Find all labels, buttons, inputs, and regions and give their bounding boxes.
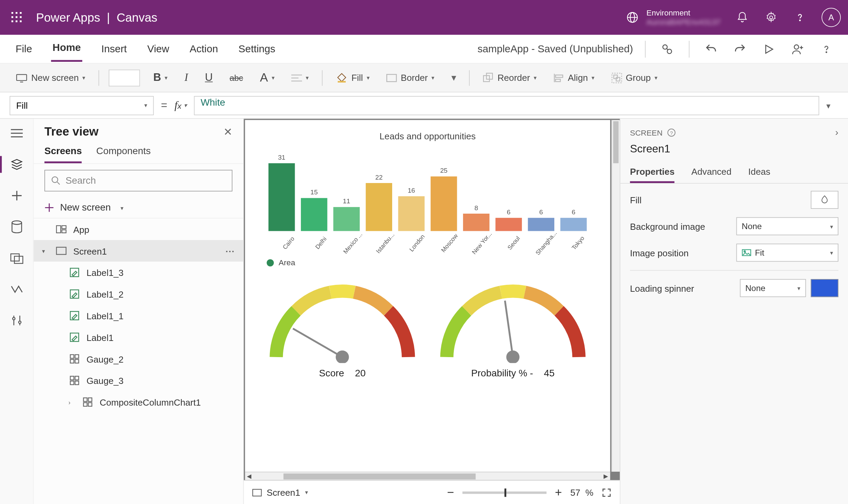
- tree-item[interactable]: Gauge_2: [34, 348, 243, 370]
- hamburger-icon[interactable]: [8, 125, 25, 142]
- menu-insert[interactable]: Insert: [100, 37, 128, 61]
- prop-tab-ideas[interactable]: Ideas: [748, 161, 770, 183]
- more-icon[interactable]: ···: [226, 246, 235, 256]
- help2-icon[interactable]: [819, 42, 834, 56]
- tools-icon[interactable]: [8, 312, 25, 329]
- svg-rect-43: [14, 256, 22, 264]
- environment-picker[interactable]: Environment AuroraBAPEnv43137: [626, 8, 721, 26]
- font-size-input[interactable]: [109, 69, 140, 86]
- svg-point-12: [770, 16, 773, 19]
- vertical-scrollbar[interactable]: [611, 120, 620, 472]
- tree-item-label: Gauge_3: [86, 375, 124, 386]
- fx-button[interactable]: fx▾: [175, 99, 187, 112]
- underline-button[interactable]: U: [201, 69, 217, 87]
- image-position-label: Image position: [630, 248, 736, 258]
- strikethrough-button[interactable]: abc: [226, 71, 247, 85]
- tree-item[interactable]: Label1: [34, 326, 243, 348]
- avatar[interactable]: A: [821, 8, 841, 27]
- svg-rect-64: [70, 376, 74, 380]
- background-image-select[interactable]: None▾: [736, 217, 839, 235]
- notifications-icon[interactable]: [735, 10, 750, 25]
- tree-item[interactable]: Label1_3: [34, 262, 243, 283]
- property-selector[interactable]: Fill▾: [10, 96, 154, 115]
- share-icon[interactable]: [791, 42, 805, 56]
- preview-icon[interactable]: [762, 42, 776, 56]
- tree-item[interactable]: Label1_2: [34, 283, 243, 305]
- media-icon[interactable]: [8, 250, 25, 267]
- legend-swatch: [266, 259, 274, 266]
- horizontal-scrollbar[interactable]: ◀▶: [245, 472, 610, 480]
- tree-view-icon[interactable]: [8, 156, 25, 173]
- screen-selector[interactable]: Screen1▾: [252, 487, 308, 497]
- equals-label: =: [161, 99, 167, 112]
- tree-tab-components[interactable]: Components: [96, 141, 151, 163]
- svg-rect-53: [62, 226, 66, 229]
- zoom-slider[interactable]: [462, 491, 546, 494]
- font-color-button[interactable]: A▾: [256, 68, 278, 87]
- svg-rect-62: [70, 360, 74, 363]
- image-position-select[interactable]: Fit ▾: [736, 244, 839, 261]
- bar: 25: [429, 167, 459, 231]
- redo-icon[interactable]: [733, 42, 747, 56]
- fill-button[interactable]: Fill▾: [332, 69, 373, 86]
- tree-item[interactable]: App: [34, 218, 243, 240]
- svg-rect-2: [20, 12, 22, 14]
- svg-marker-16: [766, 45, 773, 53]
- formula-input[interactable]: White: [194, 96, 819, 115]
- menu-view[interactable]: View: [146, 37, 170, 61]
- fill-color-picker[interactable]: [811, 191, 838, 209]
- menu-file[interactable]: File: [14, 37, 33, 61]
- svg-rect-0: [11, 12, 13, 14]
- svg-point-20: [826, 52, 827, 52]
- label-icon: [69, 288, 81, 300]
- prop-tab-advanced[interactable]: Advanced: [691, 161, 731, 183]
- insert-icon[interactable]: [8, 187, 25, 204]
- data-icon[interactable]: [8, 218, 25, 235]
- tree-item[interactable]: ›CompositeColumnChart1: [34, 391, 243, 413]
- menu-action[interactable]: Action: [188, 37, 219, 61]
- overflow-button[interactable]: ▾: [448, 69, 460, 86]
- titlebar: Power Apps | Canvas Environment AuroraBA…: [0, 0, 848, 35]
- italic-button[interactable]: I: [181, 69, 191, 87]
- bar: 15: [299, 189, 329, 231]
- tree-tab-screens[interactable]: Screens: [44, 141, 82, 163]
- text-align-button[interactable]: ▾: [288, 71, 313, 84]
- waffle-icon[interactable]: [7, 8, 27, 27]
- fit-screen-icon[interactable]: [602, 487, 611, 497]
- undo-icon[interactable]: [704, 42, 718, 56]
- menu-settings[interactable]: Settings: [237, 37, 276, 61]
- prop-tab-properties[interactable]: Properties: [630, 161, 674, 183]
- zoom-in-button[interactable]: +: [555, 485, 562, 499]
- svg-text:?: ?: [670, 130, 673, 136]
- tree-search-input[interactable]: Search: [44, 170, 232, 192]
- new-screen-tree-button[interactable]: New screen ▾: [34, 197, 243, 218]
- tree-item-label: App: [73, 224, 90, 235]
- app-icon: [55, 223, 67, 235]
- tree-item[interactable]: Gauge_3: [34, 370, 243, 392]
- label-icon: [69, 266, 81, 278]
- tree-item[interactable]: Label1_1: [34, 305, 243, 326]
- close-tree-icon[interactable]: ✕: [223, 125, 232, 138]
- svg-line-72: [293, 329, 343, 357]
- chart-icon: [82, 396, 94, 408]
- zoom-out-button[interactable]: −: [447, 485, 454, 499]
- info-icon[interactable]: ?: [667, 128, 676, 137]
- bold-button[interactable]: B▾: [150, 69, 171, 87]
- properties-header: SCREEN: [630, 128, 663, 137]
- flows-icon[interactable]: [8, 281, 25, 298]
- group-button[interactable]: Group▾: [608, 70, 661, 85]
- border-button[interactable]: Border▾: [383, 70, 438, 85]
- loading-spinner-select[interactable]: None▾: [740, 279, 806, 297]
- spinner-color-swatch[interactable]: [811, 279, 838, 297]
- settings-icon[interactable]: [764, 10, 778, 25]
- tree-item[interactable]: ▾Screen1···: [34, 240, 243, 262]
- menu-home[interactable]: Home: [51, 36, 82, 62]
- align-button[interactable]: Align▾: [550, 70, 598, 85]
- canvas[interactable]: Leads and opportunities 3115112216258666…: [245, 120, 610, 472]
- expand-formula-icon[interactable]: ▾: [826, 100, 838, 110]
- reorder-button[interactable]: Reorder▾: [480, 70, 541, 85]
- help-icon[interactable]: [793, 10, 807, 25]
- collapse-properties-icon[interactable]: ›: [835, 127, 838, 138]
- new-screen-button[interactable]: New screen▾: [12, 70, 89, 85]
- app-checker-icon[interactable]: [660, 42, 674, 56]
